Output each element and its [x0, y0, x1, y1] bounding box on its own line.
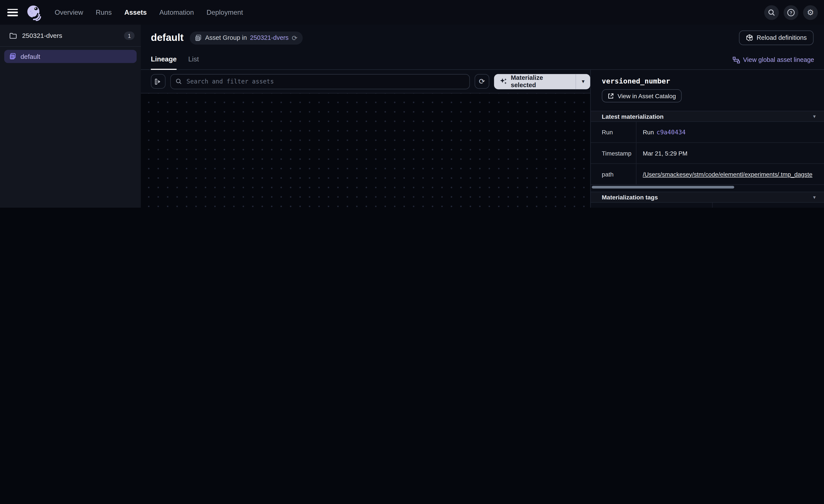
- sidebar-item-code-location[interactable]: 250321-dvers 1: [0, 25, 141, 47]
- row-value: Run c9a40434: [636, 122, 824, 142]
- reload-cube-icon: [746, 34, 753, 41]
- page-header: default Asset Group in 250321-dvers ⟳ Re…: [141, 25, 824, 51]
- refresh-graph-button[interactable]: ⟳: [475, 74, 489, 89]
- gear-icon: ⚙: [807, 8, 814, 16]
- tab-list[interactable]: List: [188, 55, 199, 70]
- row-value: /Users/smackesey/stm/code/elementl/exper…: [636, 164, 824, 184]
- tag-value: v5: [713, 203, 824, 208]
- section-title: Materialization tags: [602, 194, 658, 200]
- asset-group-icon: [195, 34, 202, 41]
- external-link-icon: [608, 93, 614, 99]
- sidebar-item-default-group[interactable]: default: [4, 50, 137, 63]
- panel-asset-title: versioned_number: [602, 77, 824, 85]
- materialization-tags-table: code_version v5 data_version 20 data_ver…: [591, 203, 824, 208]
- menu-icon[interactable]: [7, 9, 18, 16]
- search-icon: [768, 9, 775, 16]
- help-button[interactable]: ?: [784, 5, 799, 20]
- svg-text:?: ?: [790, 10, 792, 15]
- nav-automation[interactable]: Automation: [159, 8, 194, 16]
- view-in-asset-catalog-button[interactable]: View in Asset Catalog: [602, 89, 682, 103]
- table-row: path /Users/smackesey/stm/code/elementl/…: [591, 164, 824, 185]
- search-button[interactable]: [764, 5, 779, 20]
- view-global-lineage-link[interactable]: View global asset lineage: [733, 56, 814, 64]
- section-latest-materialization[interactable]: Latest materialization ▾: [591, 111, 824, 122]
- help-icon: ?: [787, 8, 795, 17]
- row-value: Mar 21, 5:29 PM: [636, 143, 824, 163]
- materialize-dropdown-button[interactable]: ▼: [576, 74, 590, 89]
- nav-items: Overview Runs Assets Automation Deployme…: [55, 8, 243, 16]
- lineage-graph-icon: [733, 56, 740, 64]
- run-id-link[interactable]: c9a40434: [656, 128, 686, 136]
- asset-search: [170, 74, 470, 89]
- panel-expand-icon: [155, 78, 162, 85]
- nav-deployment[interactable]: Deployment: [207, 8, 243, 16]
- tabs-row: Lineage List View global asset lineage: [141, 51, 824, 70]
- badge-location-link[interactable]: 250321-dvers: [250, 34, 289, 41]
- nav-runs[interactable]: Runs: [96, 8, 112, 16]
- materialize-selected-label: Materialize selected: [511, 74, 570, 89]
- dagster-app: Overview Runs Assets Automation Deployme…: [0, 0, 824, 208]
- latest-materialization-table: Run Run c9a40434 Timestamp Mar 21, 5:29 …: [591, 122, 824, 185]
- asset-count-badge: 1: [124, 31, 134, 39]
- collapse-panel-button[interactable]: [151, 74, 166, 89]
- chevron-down-icon: ▾: [813, 113, 816, 119]
- top-nav: Overview Runs Assets Automation Deployme…: [0, 0, 824, 25]
- refresh-icon[interactable]: ⟳: [292, 34, 297, 42]
- asset-detail-panel: versioned_number View in Asset Catalog L…: [590, 70, 824, 208]
- run-prefix: Run: [643, 129, 654, 135]
- asset-group-icon: [9, 53, 16, 60]
- table-row: Timestamp Mar 21, 5:29 PM: [591, 143, 824, 164]
- page-title: default: [151, 32, 184, 43]
- nav-overview[interactable]: Overview: [55, 8, 83, 16]
- lineage-toolbar: ⟳ Materialize selected ▼: [141, 70, 590, 94]
- refresh-icon: ⟳: [479, 78, 485, 85]
- badge-prefix: Asset Group in: [205, 34, 247, 41]
- section-materialization-tags[interactable]: Materialization tags ▾: [591, 192, 824, 203]
- tag-key: code_version: [591, 203, 713, 208]
- folder-icon: [9, 32, 17, 38]
- sparkles-icon: [500, 78, 507, 85]
- materialize-selected-button[interactable]: Materialize selected ▼: [494, 74, 590, 89]
- section-title: Latest materialization: [602, 113, 663, 119]
- code-location-label: 250321-dvers: [22, 32, 62, 39]
- view-global-lineage-label: View global asset lineage: [743, 56, 814, 64]
- reload-definitions-button[interactable]: Reload definitions: [739, 30, 814, 45]
- sidebar: 250321-dvers 1 default 250321-dvers ⟳: [0, 25, 141, 208]
- nav-assets[interactable]: Assets: [124, 8, 147, 16]
- dagster-logo-icon[interactable]: [25, 4, 42, 21]
- view-in-asset-catalog-label: View in Asset Catalog: [617, 93, 676, 99]
- path-link[interactable]: /Users/smackesey/stm/code/elementl/exper…: [643, 171, 813, 177]
- table-row: Run Run c9a40434: [591, 122, 824, 143]
- asset-group-badge: Asset Group in 250321-dvers ⟳: [190, 31, 303, 44]
- table-row: code_version v5: [591, 203, 824, 208]
- top-nav-actions: ? ⚙: [764, 5, 818, 20]
- sidebar-group-label: default: [21, 53, 40, 60]
- settings-button[interactable]: ⚙: [803, 5, 818, 20]
- lineage-graph-canvas[interactable]: versioned_number No description Material…: [141, 94, 590, 208]
- row-key: path: [591, 164, 636, 184]
- chevron-down-icon: ▾: [813, 194, 816, 200]
- tab-lineage[interactable]: Lineage: [151, 55, 177, 70]
- row-key: Timestamp: [591, 143, 636, 163]
- search-icon: [176, 78, 182, 85]
- reload-definitions-label: Reload definitions: [757, 34, 807, 41]
- horizontal-scrollbar[interactable]: [592, 186, 734, 188]
- row-key: Run: [591, 122, 636, 142]
- search-input[interactable]: [186, 77, 465, 86]
